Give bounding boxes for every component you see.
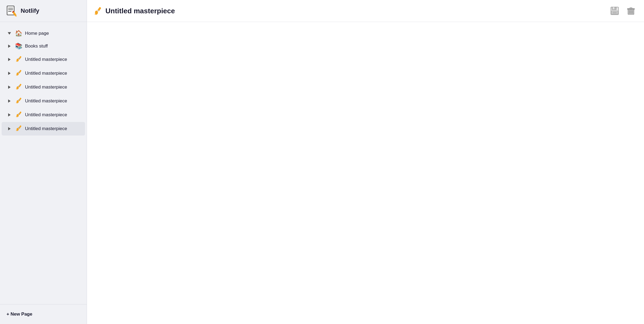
chevron-icon-untitled4	[7, 98, 12, 104]
nav-item-emoji-books: 📚	[15, 43, 22, 50]
app-logo	[5, 5, 17, 17]
svg-point-11	[16, 61, 18, 62]
main-title-area: Untitled masterpiece	[93, 7, 608, 15]
sidebar-item-untitled5[interactable]: Untitled masterpiece	[2, 108, 85, 122]
nav-item-emoji-home: 🏠	[15, 30, 22, 37]
svg-rect-28	[18, 125, 22, 129]
sidebar-footer: + New Page	[0, 304, 87, 324]
sidebar-header: Notlify	[0, 0, 87, 22]
svg-point-35	[95, 13, 97, 15]
svg-rect-38	[613, 7, 614, 9]
nav-item-emoji-untitled6	[15, 125, 22, 133]
nav-item-emoji-untitled3	[15, 83, 22, 91]
main-content	[87, 22, 644, 324]
sidebar-nav: 🏠Home page📚Books stuff Untitled masterpi…	[0, 22, 87, 304]
svg-point-27	[16, 116, 18, 117]
svg-rect-12	[18, 70, 22, 74]
svg-rect-16	[18, 84, 22, 87]
new-page-button[interactable]: + New Page	[5, 309, 33, 319]
save-button[interactable]	[608, 4, 621, 17]
svg-rect-20	[18, 97, 22, 101]
sidebar-item-untitled6[interactable]: Untitled masterpiece	[2, 122, 85, 136]
sidebar-item-label-untitled4: Untitled masterpiece	[25, 98, 67, 104]
main-panel: Untitled masterpiece	[87, 0, 644, 324]
sidebar-item-label-untitled2: Untitled masterpiece	[25, 71, 67, 76]
sidebar-item-books[interactable]: 📚Books stuff	[2, 40, 85, 52]
svg-rect-0	[7, 6, 14, 15]
main-toolbar	[608, 4, 637, 17]
trash-icon	[627, 7, 635, 15]
svg-point-15	[16, 74, 18, 76]
sidebar-item-label-books: Books stuff	[25, 43, 48, 49]
floppy-disk-icon	[610, 7, 619, 15]
chevron-icon-untitled5	[7, 112, 12, 118]
nav-item-emoji-untitled4	[15, 97, 22, 105]
sidebar-item-label-untitled5: Untitled masterpiece	[25, 112, 67, 118]
svg-rect-40	[612, 12, 617, 14]
main-title-icon	[93, 7, 102, 15]
sidebar-item-untitled2[interactable]: Untitled masterpiece	[2, 67, 85, 80]
svg-point-31	[16, 130, 18, 131]
sidebar-item-label-home: Home page	[25, 31, 49, 36]
svg-rect-24	[18, 111, 22, 115]
chevron-icon-untitled3	[7, 84, 12, 90]
chevron-icon-untitled6	[7, 126, 12, 131]
main-header: Untitled masterpiece	[87, 0, 644, 22]
nav-item-emoji-untitled5	[15, 111, 22, 119]
svg-rect-8	[18, 56, 22, 60]
sidebar-item-home[interactable]: 🏠Home page	[2, 27, 85, 40]
sidebar-item-label-untitled3: Untitled masterpiece	[25, 84, 67, 90]
svg-rect-43	[630, 8, 632, 9]
chevron-icon-books	[7, 43, 12, 49]
main-title: Untitled masterpiece	[105, 7, 175, 15]
chevron-icon-home	[7, 31, 12, 36]
svg-point-19	[16, 88, 18, 90]
sidebar-item-untitled4[interactable]: Untitled masterpiece	[2, 94, 85, 108]
app-title: Notlify	[21, 7, 39, 14]
nav-item-emoji-untitled2	[15, 69, 22, 77]
chevron-icon-untitled2	[7, 71, 12, 76]
sidebar-item-untitled3[interactable]: Untitled masterpiece	[2, 80, 85, 94]
svg-point-23	[16, 102, 18, 103]
nav-item-emoji-untitled1	[15, 55, 22, 64]
delete-button[interactable]	[624, 4, 637, 17]
sidebar-item-untitled1[interactable]: Untitled masterpiece	[2, 53, 85, 66]
chevron-icon-untitled1	[7, 57, 12, 62]
sidebar-item-label-untitled6: Untitled masterpiece	[25, 126, 67, 131]
sidebar: Notlify 🏠Home page📚Books stuff Untitled …	[0, 0, 87, 324]
sidebar-item-label-untitled1: Untitled masterpiece	[25, 57, 67, 62]
